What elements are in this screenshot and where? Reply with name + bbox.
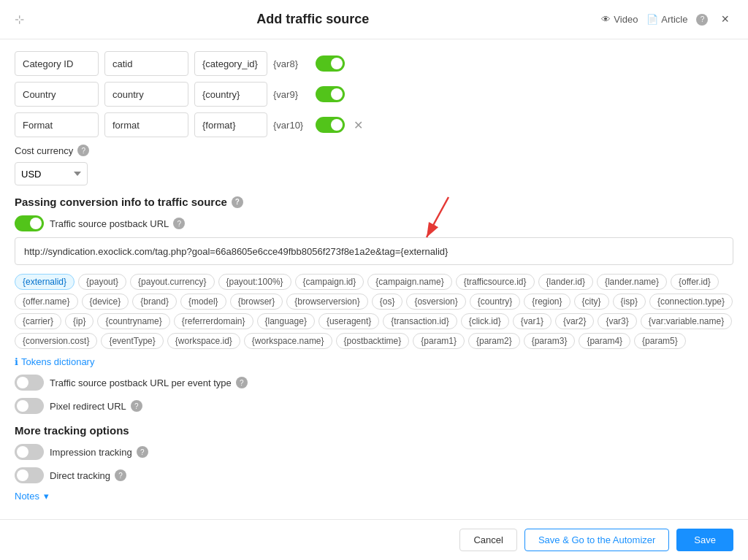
token-pill[interactable]: {browser} — [230, 294, 283, 310]
more-tracking-title: More tracking options — [15, 424, 733, 437]
notes-row[interactable]: Notes ▾ — [15, 491, 733, 502]
token-pill[interactable]: {postbacktime} — [336, 333, 410, 349]
currency-select[interactable]: USD EUR GBP — [15, 162, 88, 185]
token-pill[interactable]: {brand} — [132, 294, 177, 310]
token-pill[interactable]: {click.id} — [461, 313, 509, 329]
token-pill[interactable]: {countryname} — [97, 313, 169, 329]
category-id-toggle[interactable] — [316, 55, 345, 72]
impression-tracking-label: Impression tracking ? — [50, 446, 148, 458]
token-pill[interactable]: {payout.currency} — [130, 274, 214, 290]
notes-label: Notes — [15, 491, 39, 502]
token-pill[interactable]: {offer.name} — [15, 294, 78, 310]
token-pill[interactable]: {param1} — [413, 333, 465, 349]
token-pill[interactable]: {lander.id} — [538, 274, 593, 290]
category-id-token-input[interactable] — [194, 51, 267, 76]
token-pill[interactable]: {language} — [257, 313, 315, 329]
modal-footer: Cancel Save & Go to the Automizer Save — [0, 519, 748, 560]
token-pill[interactable]: {param5} — [634, 333, 686, 349]
token-pill[interactable]: {var3} — [598, 313, 636, 329]
token-pill[interactable]: {param2} — [468, 333, 520, 349]
tokens-dict-link[interactable]: ℹ Tokens dictionary — [15, 356, 733, 367]
impression-tracking-toggle[interactable] — [15, 444, 44, 460]
pixel-redirect-toggle[interactable] — [15, 398, 44, 414]
article-link[interactable]: 📄 Article — [646, 14, 687, 25]
token-pill[interactable]: {osversion} — [406, 294, 465, 310]
token-pill[interactable]: {var:variable.name} — [641, 313, 732, 329]
cancel-button[interactable]: Cancel — [459, 529, 516, 551]
token-pill[interactable]: {isp} — [613, 294, 646, 310]
format-toggle[interactable] — [316, 117, 345, 133]
postback-per-event-toggle-slider — [15, 375, 44, 391]
direct-tracking-toggle[interactable] — [15, 467, 44, 483]
token-pill[interactable]: {eventType} — [101, 333, 163, 349]
token-pill[interactable]: {workspace.id} — [167, 333, 240, 349]
token-pill[interactable]: {campaign.id} — [295, 274, 365, 290]
category-id-param-input[interactable] — [104, 51, 188, 76]
pixel-redirect-help-icon[interactable]: ? — [131, 400, 142, 412]
save-button[interactable]: Save — [676, 529, 733, 551]
format-delete-button[interactable]: ✕ — [351, 117, 366, 134]
country-toggle[interactable] — [316, 86, 345, 102]
token-pill[interactable]: {device} — [82, 294, 129, 310]
postback-url-help-icon[interactable]: ? — [173, 218, 185, 229]
format-name-input[interactable] — [15, 112, 99, 137]
tracking-row-format: {var10} ✕ — [15, 112, 733, 137]
token-pill[interactable]: {connection.type} — [649, 294, 733, 310]
pixel-redirect-row: Pixel redirect URL ? — [15, 398, 733, 414]
country-var-label: {var9} — [273, 89, 310, 100]
token-pill[interactable]: {carrier} — [15, 313, 61, 329]
url-input-wrapper — [15, 237, 733, 265]
cost-currency-help-icon[interactable]: ? — [77, 145, 89, 156]
token-pill[interactable]: {payout:100%} — [218, 274, 291, 290]
token-pill[interactable]: {var2} — [555, 313, 594, 329]
country-name-input[interactable] — [15, 82, 99, 107]
postback-toggle[interactable] — [15, 215, 44, 231]
token-pill[interactable]: {offer.id} — [671, 274, 719, 290]
format-toggle-slider — [316, 117, 345, 133]
postback-per-event-help-icon[interactable]: ? — [236, 377, 248, 388]
token-pill[interactable]: {city} — [574, 294, 609, 310]
token-pill[interactable]: {browserversion} — [286, 294, 367, 310]
format-param-input[interactable] — [104, 112, 188, 137]
chevron-down-icon: ▾ — [44, 491, 49, 502]
category-id-name-input[interactable] — [15, 51, 99, 76]
passing-conversion-help-icon[interactable]: ? — [232, 196, 243, 208]
country-token-input[interactable] — [194, 82, 267, 107]
token-pill[interactable]: {var1} — [513, 313, 552, 329]
token-pill[interactable]: {trafficsource.id} — [456, 274, 535, 290]
modal-body: {var8} {var9} — [0, 39, 748, 519]
footer-right: Cancel Save & Go to the Automizer Save — [459, 529, 733, 551]
token-pill[interactable]: {externalid} — [15, 274, 75, 290]
token-pill[interactable]: {region} — [524, 294, 570, 310]
token-pill[interactable]: {transaction.id} — [383, 313, 457, 329]
impression-help-icon[interactable]: ? — [137, 446, 148, 458]
token-pill[interactable]: {param3} — [524, 333, 576, 349]
passing-conversion-title: Passing conversion info to traffic sourc… — [15, 196, 733, 208]
token-pill[interactable]: {conversion.cost} — [15, 333, 97, 349]
article-label: Article — [661, 14, 687, 25]
postback-url-input[interactable] — [15, 237, 733, 265]
token-pill[interactable]: {lander.name} — [597, 274, 667, 290]
postback-per-event-row: Traffic source postback URL per event ty… — [15, 375, 733, 391]
direct-tracking-help-icon[interactable]: ? — [115, 469, 126, 481]
token-pill[interactable]: {model} — [180, 294, 226, 310]
article-icon: 📄 — [646, 14, 658, 25]
save-automizer-button[interactable]: Save & Go to the Automizer — [524, 529, 669, 551]
close-button[interactable]: × — [717, 10, 733, 28]
format-token-input[interactable] — [194, 112, 267, 137]
token-pill[interactable]: {os} — [372, 294, 403, 310]
video-link[interactable]: 👁 Video — [601, 14, 638, 25]
postback-per-event-toggle[interactable] — [15, 375, 44, 391]
token-pill[interactable]: {ip} — [65, 313, 94, 329]
token-pill[interactable]: {useragent} — [318, 313, 379, 329]
info-circle-icon: ℹ — [15, 356, 18, 367]
help-icon[interactable]: ? — [696, 14, 708, 26]
token-pill[interactable]: {campaign.name} — [367, 274, 451, 290]
impression-tracking-row: Impression tracking ? — [15, 444, 733, 460]
token-pill[interactable]: {payout} — [78, 274, 126, 290]
token-pill[interactable]: {param4} — [579, 333, 630, 349]
country-param-input[interactable] — [104, 82, 188, 107]
token-pill[interactable]: {referrerdomain} — [174, 313, 253, 329]
token-pill[interactable]: {country} — [470, 294, 520, 310]
token-pill[interactable]: {workspace.name} — [244, 333, 332, 349]
